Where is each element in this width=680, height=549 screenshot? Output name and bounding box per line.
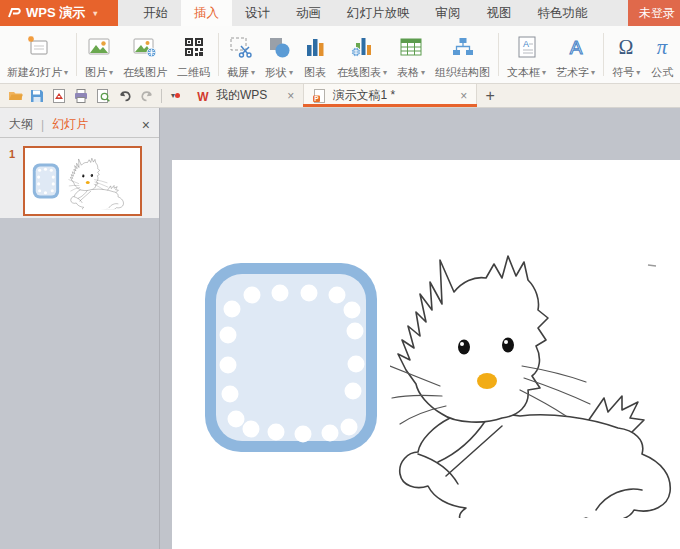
shapes-button[interactable]: 形状▾ xyxy=(260,26,298,83)
dropdown-caret-icon: ▾ xyxy=(64,68,68,77)
redo-icon xyxy=(139,88,155,104)
svg-text:Ω: Ω xyxy=(619,36,634,58)
svg-text:P: P xyxy=(315,95,320,102)
panel-tab-slides[interactable]: 幻灯片 xyxy=(52,116,88,133)
online-picture-button[interactable]: 在线图片 xyxy=(118,26,172,83)
online-picture-label: 在线图片 xyxy=(123,65,167,80)
text-box-label: 文本框 xyxy=(507,65,540,80)
wps-w-icon: W xyxy=(196,90,210,102)
qrcode-icon xyxy=(182,31,206,63)
tab-view[interactable]: 视图 xyxy=(474,0,525,26)
symbol-button[interactable]: Ω 符号▾ xyxy=(607,26,645,83)
thumbnail-cat xyxy=(69,158,124,211)
table-icon xyxy=(398,31,424,63)
text-box-button[interactable]: A 文本框▾ xyxy=(502,26,551,83)
slide-panel: 大纲 | 幻灯片 × 1 xyxy=(0,108,160,549)
redo-button[interactable] xyxy=(136,85,158,107)
toolbar-row: ▾ W 我的WPS × P 演示文稿1 * × + xyxy=(0,84,680,108)
svg-text:A: A xyxy=(569,37,582,58)
svg-text:A: A xyxy=(523,39,529,49)
export-pdf-icon xyxy=(51,88,67,104)
stray-mark-shape[interactable] xyxy=(648,265,656,266)
tab-review[interactable]: 审阅 xyxy=(423,0,474,26)
undo-button[interactable] xyxy=(114,85,136,107)
dropdown-caret-icon: ▾ xyxy=(542,68,546,77)
close-tab-icon[interactable]: × xyxy=(287,89,294,103)
tab-home[interactable]: 开始 xyxy=(130,0,181,26)
screenshot-button[interactable]: 截屏▾ xyxy=(222,26,260,83)
undo-icon xyxy=(117,88,133,104)
quick-access-toolbar: ▾ xyxy=(0,84,181,107)
tab-design[interactable]: 设计 xyxy=(232,0,283,26)
export-pdf-button[interactable] xyxy=(48,85,70,107)
online-chart-label: 在线图表 xyxy=(337,65,381,80)
menu-tab-bar: 开始 插入 设计 动画 幻灯片放映 审阅 视图 特色功能 xyxy=(118,0,628,26)
screenshot-icon xyxy=(228,31,254,63)
tab-animation[interactable]: 动画 xyxy=(283,0,334,26)
dropdown-caret-icon: ▾ xyxy=(251,68,255,77)
picture-button[interactable]: 图片▾ xyxy=(80,26,118,83)
new-slide-icon xyxy=(24,31,52,63)
tab-slideshow[interactable]: 幻灯片放映 xyxy=(334,0,423,26)
online-picture-icon xyxy=(132,31,158,63)
presentation-doc-icon: P xyxy=(313,89,326,103)
doc-tab-label: 演示文稿1 * xyxy=(332,87,395,104)
table-button[interactable]: 表格▾ xyxy=(392,26,430,83)
tab-insert[interactable]: 插入 xyxy=(181,0,232,26)
symbol-label: 符号 xyxy=(612,65,634,80)
org-chart-label: 组织结构图 xyxy=(435,65,490,80)
doc-tab-presentation1[interactable]: P 演示文稿1 * × xyxy=(303,84,477,107)
ribbon: 新建幻灯片▾ 图片▾ 在线图片 xyxy=(0,26,680,84)
chart-button[interactable]: 图表 xyxy=(298,26,332,83)
ribbon-separator xyxy=(603,33,604,76)
document-tab-bar: W 我的WPS × P 演示文稿1 * × + xyxy=(187,84,680,107)
dropdown-caret-icon: ▾ xyxy=(421,68,425,77)
rounded-square-shape[interactable] xyxy=(205,263,377,452)
slide-number: 1 xyxy=(9,148,15,160)
print-preview-button[interactable] xyxy=(92,85,114,107)
login-button[interactable]: 未登录 xyxy=(628,0,680,26)
print-icon xyxy=(73,88,89,104)
ribbon-separator xyxy=(498,33,499,76)
shapes-label: 形状 xyxy=(265,65,287,80)
notification-dot xyxy=(175,93,180,98)
online-chart-button[interactable]: 在线图表▾ xyxy=(332,26,392,83)
tab-special-features[interactable]: 特色功能 xyxy=(525,0,601,26)
shapes-icon xyxy=(266,31,292,63)
new-tab-button[interactable]: + xyxy=(477,84,502,107)
slide-panel-header: 大纲 | 幻灯片 × xyxy=(0,112,159,138)
svg-text:π: π xyxy=(657,35,668,59)
open-folder-icon xyxy=(7,87,24,104)
wps-logo-icon xyxy=(7,6,21,20)
ribbon-separator xyxy=(218,33,219,76)
app-menu-button[interactable]: WPS 演示 ▾ xyxy=(0,0,118,26)
close-tab-icon[interactable]: × xyxy=(460,89,467,103)
formula-button[interactable]: π 公式 xyxy=(645,26,679,83)
save-icon xyxy=(29,88,45,104)
new-slide-button[interactable]: 新建幻灯片▾ xyxy=(2,26,73,83)
panel-tab-outline[interactable]: 大纲 xyxy=(9,116,33,133)
org-chart-button[interactable]: 组织结构图 xyxy=(430,26,495,83)
print-preview-icon xyxy=(95,88,111,104)
word-art-button[interactable]: A 艺术字▾ xyxy=(551,26,600,83)
formula-pi-icon: π xyxy=(650,31,674,63)
thumbnail-rounded-square xyxy=(33,163,59,198)
picture-label: 图片 xyxy=(85,65,107,80)
qrcode-button[interactable]: 二维码 xyxy=(172,26,215,83)
dropdown-caret-icon: ▾ xyxy=(636,68,640,77)
customize-toolbar-button[interactable]: ▾ xyxy=(165,91,181,100)
toolbar-separator xyxy=(161,89,162,103)
print-button[interactable] xyxy=(70,85,92,107)
app-menu-caret-icon: ▾ xyxy=(93,9,97,18)
table-label: 表格 xyxy=(397,65,419,80)
doc-tab-my-wps[interactable]: W 我的WPS × xyxy=(187,84,303,107)
chart-icon xyxy=(303,31,327,63)
cat-drawing-shape[interactable] xyxy=(390,256,670,528)
panel-tab-divider: | xyxy=(41,118,44,132)
slide-thumbnail[interactable] xyxy=(23,146,142,216)
save-button[interactable] xyxy=(26,85,48,107)
open-button[interactable] xyxy=(4,85,26,107)
panel-close-icon[interactable]: × xyxy=(142,117,150,133)
svg-text:W: W xyxy=(197,90,209,102)
slide-editing-area[interactable] xyxy=(172,160,680,549)
